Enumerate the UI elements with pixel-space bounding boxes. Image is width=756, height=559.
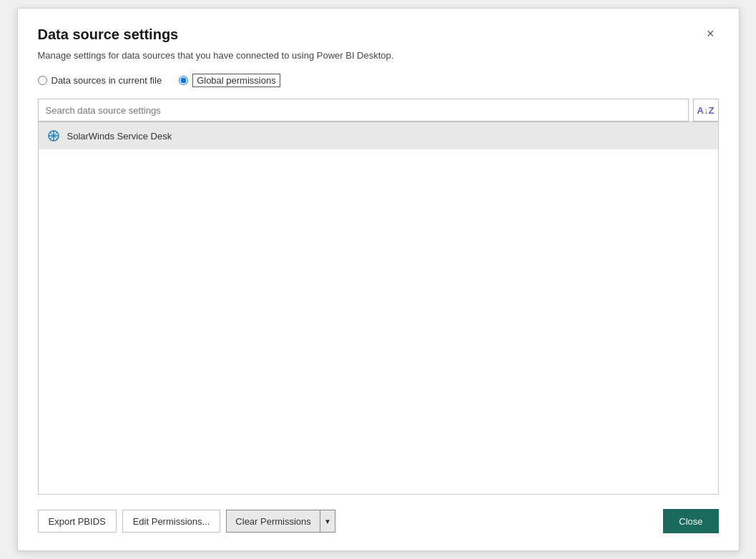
search-input[interactable] [38,99,689,122]
search-bar-row: A↓Z [38,99,719,122]
sort-icon: A↓Z [697,105,715,116]
close-x-button[interactable]: × [702,26,719,41]
clear-permissions-main-button[interactable]: Clear Permissions [226,510,319,533]
radio-global-input[interactable] [179,76,188,85]
dialog-header: Data source settings × [38,26,719,43]
radio-current-file-input[interactable] [38,76,47,85]
clear-permissions-dropdown-button[interactable]: ▼ [320,510,335,533]
radio-global-label: Global permissions [192,74,280,87]
list-item-name: SolarWinds Service Desk [67,131,172,142]
data-source-settings-dialog: Data source settings × Manage settings f… [17,8,740,551]
radio-option-global[interactable]: Global permissions [179,74,280,87]
export-pbids-button[interactable]: Export PBIDS [38,510,117,533]
list-item[interactable]: SolarWinds Service Desk [39,122,718,149]
sort-button[interactable]: A↓Z [693,99,719,122]
footer-buttons: Export PBIDS Edit Permissions... Clear P… [38,509,719,533]
edit-permissions-button[interactable]: Edit Permissions... [122,510,221,533]
radio-option-current-file[interactable]: Data sources in current file [38,75,162,86]
close-dialog-button[interactable]: Close [663,509,718,533]
dialog-title: Data source settings [38,26,179,43]
connector-icon [47,129,60,142]
data-list-container: SolarWinds Service Desk [38,122,719,495]
radio-group: Data sources in current file Global perm… [38,74,719,87]
clear-permissions-split-button: Clear Permissions ▼ [226,510,335,533]
radio-current-file-label: Data sources in current file [51,75,162,86]
chevron-down-icon: ▼ [324,518,331,525]
dialog-subtitle: Manage settings for data sources that yo… [38,50,719,61]
